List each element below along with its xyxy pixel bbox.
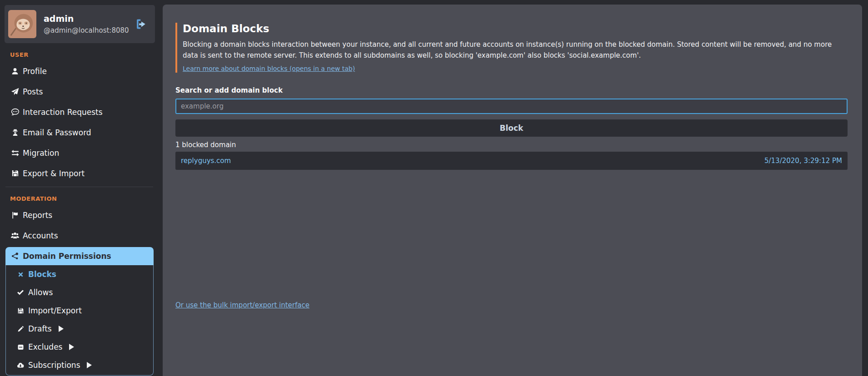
save-icon [15, 307, 25, 315]
sidebar-item-label: Email & Password [23, 128, 91, 137]
blocked-domain-date: 5/13/2020, 3:29:12 PM [764, 157, 842, 165]
submenu-item-label: Blocks [28, 270, 56, 279]
expand-arrow-icon[interactable] [59, 326, 64, 332]
expand-arrow-icon[interactable] [69, 344, 74, 350]
sidebar-item-label: Migration [23, 148, 59, 158]
users-icon [10, 231, 20, 240]
submenu-item-excludes[interactable]: Excludes [6, 338, 153, 356]
blocked-domain-row[interactable]: replyguys.com 5/13/2020, 3:29:12 PM [175, 152, 848, 170]
submenu-item-label: Import/Export [28, 306, 82, 315]
sidebar-item-label: Posts [23, 87, 43, 96]
domain-search-input[interactable] [175, 99, 848, 114]
sidebar-item-interaction-requests[interactable]: Interaction Requests [0, 102, 163, 122]
sidebar-item-label: Accounts [23, 231, 58, 240]
submenu-item-subscriptions[interactable]: Subscriptions [6, 356, 153, 374]
sidebar-divider [5, 187, 153, 187]
blocked-count: 1 blocked domain [175, 141, 848, 149]
user-secret-icon [10, 128, 20, 137]
sidebar-item-label: Reports [23, 211, 52, 220]
page-intro: Domain Blocks Blocking a domain blocks i… [175, 23, 848, 73]
user-icon [10, 67, 20, 76]
check-icon [15, 288, 25, 297]
share-nodes-icon [10, 252, 20, 261]
bulk-link-wrap: Or use the bulk import/export interface [175, 301, 848, 309]
blocked-domain-link[interactable]: replyguys.com [181, 157, 231, 165]
learn-more-link[interactable]: Learn more about domain blocks (opens in… [183, 65, 355, 72]
page-title: Domain Blocks [183, 23, 848, 35]
sidebar-item-migration[interactable]: Migration [0, 143, 163, 163]
domain-permissions-submenu: Blocks Allows [5, 265, 154, 376]
sidebar-item-accounts[interactable]: Accounts [0, 225, 163, 246]
exchange-icon [10, 148, 20, 158]
flag-icon [10, 211, 20, 220]
sidebar-item-label: Interaction Requests [23, 108, 103, 117]
sidebar-section-header-user: USER [10, 51, 163, 58]
submenu-item-label: Subscriptions [28, 361, 80, 370]
sidebar-item-label: Domain Permissions [23, 252, 111, 261]
domain-block-form: Search or add domain block Block [175, 86, 848, 137]
user-handle: @admin@localhost:8080 [44, 26, 129, 35]
sidebar-item-domain-permissions[interactable]: Domain Permissions [5, 247, 154, 265]
paper-plane-icon [10, 87, 20, 96]
sidebar-item-posts[interactable]: Posts [0, 81, 163, 102]
submenu-item-blocks[interactable]: Blocks [6, 265, 153, 283]
bulk-import-export-link[interactable]: Or use the bulk import/export interface [175, 301, 309, 309]
page-description: Blocking a domain blocks interaction bet… [183, 39, 848, 61]
user-card[interactable]: admin @admin@localhost:8080 [5, 5, 155, 43]
submenu-item-label: Excludes [28, 342, 62, 351]
user-info: admin @admin@localhost:8080 [44, 14, 129, 35]
block-button[interactable]: Block [175, 119, 848, 137]
sidebar-item-profile[interactable]: Profile [0, 61, 163, 81]
sidebar-item-email-password[interactable]: Email & Password [0, 122, 163, 143]
submenu-item-label: Allows [28, 288, 53, 297]
submenu-item-import-export[interactable]: Import/Export [6, 302, 153, 320]
sidebar-item-label: Export & Import [23, 169, 85, 178]
pencil-icon [15, 325, 25, 333]
x-icon [15, 270, 25, 278]
main-panel: Domain Blocks Blocking a domain blocks i… [163, 5, 862, 376]
cloud-download-icon [15, 361, 25, 369]
submenu-item-label: Drafts [28, 324, 52, 333]
search-label: Search or add domain block [175, 86, 848, 94]
user-display-name: admin [44, 14, 129, 24]
save-icon [10, 169, 20, 178]
sidebar: admin @admin@localhost:8080 USER Profile [0, 0, 163, 376]
minus-square-icon [15, 343, 25, 351]
submenu-item-allows[interactable]: Allows [6, 283, 153, 302]
avatar [8, 10, 36, 38]
sidebar-item-label: Profile [23, 67, 47, 76]
sidebar-item-export-import[interactable]: Export & Import [0, 163, 163, 183]
expand-arrow-icon[interactable] [87, 362, 92, 368]
comment-dots-icon [10, 108, 20, 117]
app-window: admin @admin@localhost:8080 USER Profile [0, 0, 868, 376]
sign-out-icon[interactable] [135, 18, 147, 30]
submenu-item-drafts[interactable]: Drafts [6, 320, 153, 338]
sidebar-item-reports[interactable]: Reports [0, 205, 163, 225]
sidebar-section-header-moderation: MODERATION [10, 195, 163, 202]
